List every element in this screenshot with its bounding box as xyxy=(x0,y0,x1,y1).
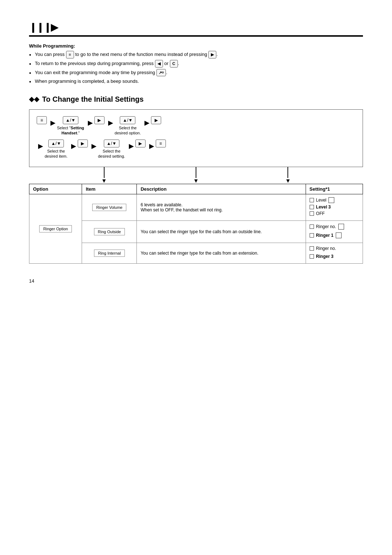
setting-ringer1-row: Ringer 1 xyxy=(310,232,359,238)
setting-ringer3: Ringer 3 xyxy=(310,254,359,259)
option-cell-ringer: Ringer Option xyxy=(29,194,82,264)
bullet-3: You can exit the programming mode any ti… xyxy=(29,69,363,77)
flow-key-updown-4: ▲/▼ xyxy=(104,139,119,147)
flow-step-menu: ≡ xyxy=(37,116,47,124)
checkbox-ringer-no-outside xyxy=(310,224,314,229)
label-ringer1: Ringer 1 xyxy=(316,233,334,238)
table-row-ringer-volume: Ringer Option Ringer Volume 6 levels are… xyxy=(29,194,363,221)
item-cell-outside: Ring Outside xyxy=(82,221,137,243)
square-ringer1 xyxy=(336,232,342,238)
flow-key-menu-end: ≡ xyxy=(156,139,166,147)
flow-arrow-4: ▶ xyxy=(144,116,150,129)
flow-key-updown-2: ▲/▼ xyxy=(120,116,135,124)
vline-2 xyxy=(196,167,196,178)
down-arrow-2: ▼ xyxy=(193,178,199,184)
flow-arrow-2: ▶ xyxy=(88,116,93,129)
label-ringer3: Ringer 3 xyxy=(316,254,334,259)
label-ringer-no-internal: Ringer no. xyxy=(316,246,336,251)
flow-arrow-9: ▶ xyxy=(149,139,154,153)
setting-cell-outside: Ringer no. Ringer 1 xyxy=(306,221,363,243)
connector-1: ▼ xyxy=(101,167,107,184)
diamond-icon: ◆◆ xyxy=(29,95,39,103)
flow-arrow-3: ▶ xyxy=(108,116,113,129)
flow-row-2: ▶ ▲/▼ Select thedesired item. ▶ ▶ ▶ ▲/▼ … xyxy=(37,139,355,159)
flow-arrow-6: ▶ xyxy=(71,139,76,153)
checkbox-level xyxy=(310,198,314,202)
label-ringer-no-outside: Ringer no. xyxy=(316,224,336,229)
setting-ringer1: Ringer 1 xyxy=(310,232,359,238)
square-ringer-no-outside xyxy=(338,224,344,230)
flow-step-right-1: ▶ xyxy=(94,116,105,124)
setting-ringer-no-outside: Ringer no. xyxy=(310,224,359,230)
flow-step-right-2: ▶ xyxy=(151,116,161,124)
setting-cell-volume: Level Level 3 OFF xyxy=(306,194,363,221)
connector-2: ▼ xyxy=(193,167,199,184)
flow-label-desired-setting: Select thedesired setting. xyxy=(98,149,125,159)
left-key: ◀ xyxy=(155,60,163,68)
label-level: Level xyxy=(316,198,327,203)
bullet-2: To return to the previous step during pr… xyxy=(29,60,363,68)
flow-label-desired-item: Select thedesired item. xyxy=(45,149,68,159)
flow-step-right-3: ▶ xyxy=(78,139,88,147)
desc-cell-internal: You can select the ringer type for the c… xyxy=(137,243,306,264)
while-programming-section: While Programming: You can press ≡ to go… xyxy=(29,43,363,85)
desc-cell-outside: You can select the ringer type for the c… xyxy=(137,221,306,243)
flow-step-updown-4: ▲/▼ Select thedesired setting. xyxy=(98,139,125,159)
down-arrow-1: ▼ xyxy=(101,178,107,184)
flow-label-setting: Select "SettingHandset." xyxy=(57,125,84,136)
bullet-4: When programming is completed, a beep so… xyxy=(29,78,363,85)
connector-arrows: ▼ ▼ ▼ xyxy=(29,167,363,184)
flow-arrow-7: ▶ xyxy=(91,139,97,153)
item-label-outside: Ring Outside xyxy=(94,228,125,235)
item-cell-internal: Ring Internal xyxy=(82,243,137,264)
flow-key-menu: ≡ xyxy=(37,116,47,124)
vline-1 xyxy=(104,167,105,178)
flow-step-updown-3: ▲/▼ Select thedesired item. xyxy=(45,139,68,159)
menu-key: ≡ xyxy=(66,51,74,58)
flow-arrow-5: ▶ xyxy=(38,139,43,153)
flow-step-updown-1: ▲/▼ Select "SettingHandset." xyxy=(57,116,84,136)
checkbox-ringer3 xyxy=(310,254,314,259)
section-title: To Change the Initial Settings xyxy=(42,95,144,104)
flow-key-right-3: ▶ xyxy=(78,139,88,147)
bullet-1: You can press ≡ to go to the next menu o… xyxy=(29,51,363,58)
label-level3: Level 3 xyxy=(316,204,331,210)
col-header-description: Description xyxy=(137,184,306,194)
flow-key-right-1: ▶ xyxy=(94,116,105,124)
thick-rule xyxy=(29,35,363,37)
flow-arrow-8: ▶ xyxy=(129,139,134,153)
connector-3: ▼ xyxy=(285,167,291,184)
section-heading: ◆◆ To Change the Initial Settings xyxy=(29,95,363,104)
option-label-ringer: Ringer Option xyxy=(39,225,72,232)
while-programming-title: While Programming: xyxy=(29,43,363,49)
flow-arrow-1: ▶ xyxy=(50,116,56,129)
setting-ringer-no-internal: Ringer no. xyxy=(310,246,359,251)
c-key: C xyxy=(170,60,178,68)
desc-cell-volume: 6 levels are available.When set to OFF, … xyxy=(137,194,306,221)
page-number: 14 xyxy=(29,278,363,284)
checkbox-off xyxy=(310,211,314,216)
checkbox-ringer-no-internal xyxy=(310,246,314,251)
flow-label-desired-option: Select thedesired option. xyxy=(115,125,141,136)
item-label-internal: Ring Internal xyxy=(94,250,124,257)
flow-step-right-4: ▶ xyxy=(135,139,146,147)
flow-key-updown-3: ▲/▼ xyxy=(48,139,64,147)
flow-step-menu-end: ≡ xyxy=(156,139,166,147)
flow-step-updown-2: ▲/▼ Select thedesired option. xyxy=(115,116,141,136)
item-cell-volume: Ringer Volume xyxy=(82,194,137,221)
col-header-option: Option xyxy=(29,184,82,194)
col-header-setting: Setting*1 xyxy=(306,184,363,194)
off-key: ↗o xyxy=(156,69,166,77)
col-header-item: Item xyxy=(82,184,137,194)
settings-table: Option Item Description Setting*1 Ringer… xyxy=(29,184,363,264)
setting-cell-internal: Ringer no. Ringer 3 xyxy=(306,243,363,264)
while-programming-list: You can press ≡ to go to the next menu o… xyxy=(29,51,363,85)
item-label-volume: Ringer Volume xyxy=(92,204,126,211)
right-key: ▶ xyxy=(208,51,216,58)
setting-ringer3-row: Ringer 3 xyxy=(310,254,359,259)
setting-level: Level xyxy=(310,197,359,203)
setting-level3: Level 3 xyxy=(310,204,359,210)
flow-diagram: ≡ ▶ ▲/▼ Select "SettingHandset." ▶ ▶ ▶ ▲… xyxy=(29,109,363,167)
flow-key-updown-1: ▲/▼ xyxy=(63,116,78,124)
label-off: OFF xyxy=(316,211,325,216)
